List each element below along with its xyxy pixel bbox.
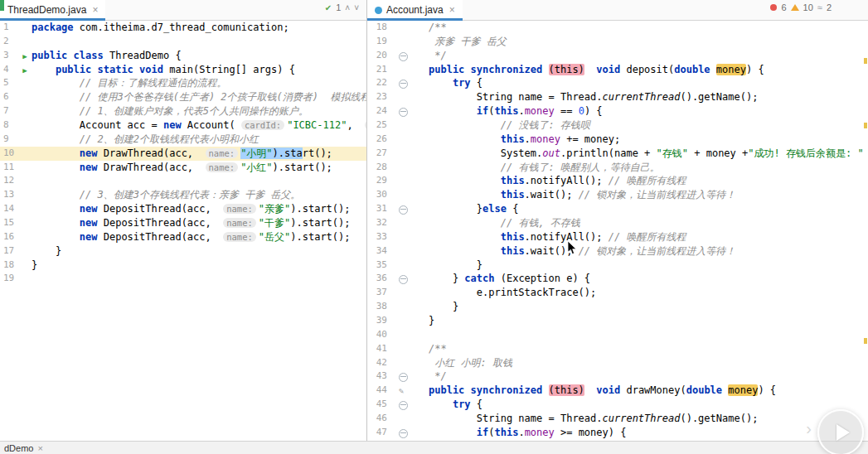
line-number[interactable]: 37: [367, 286, 387, 300]
code-line[interactable]: 2: [0, 35, 366, 49]
scrollbar-warning-stripe[interactable]: [864, 58, 867, 64]
run-icon[interactable]: ▶: [22, 66, 27, 75]
line-number[interactable]: 19: [0, 272, 18, 286]
code-line[interactable]: 42 小红 小明: 取钱: [367, 356, 868, 370]
code-line[interactable]: 34 this.wait(); // 锁对象，让当前线程进入等待！: [367, 244, 868, 258]
line-number[interactable]: 45: [367, 398, 387, 412]
line-number[interactable]: 3: [0, 49, 18, 63]
code-line[interactable]: 27 System.out.println(name + "存钱" + mone…: [367, 147, 868, 161]
code-line[interactable]: 6 // 使用3个爸爸存钱(生产者) 2个孩子取钱(消费者) 模拟线程通信思想（…: [0, 90, 366, 104]
code-line[interactable]: 30 this.wait(); // 锁对象，让当前线程进入等待！: [367, 188, 868, 202]
code-line[interactable]: 32 // 有钱, 不存钱: [367, 216, 868, 230]
line-number[interactable]: 21: [367, 63, 387, 77]
line-number[interactable]: 40: [367, 328, 387, 342]
fold-icon[interactable]: [399, 80, 408, 89]
code-line[interactable]: 14 new DepositThread(acc, name:"亲爹").sta…: [0, 202, 366, 216]
code-line[interactable]: 23 String name = Thread.currentThread().…: [367, 90, 868, 104]
fold-icon[interactable]: [399, 373, 408, 382]
fold-icon[interactable]: [399, 275, 408, 284]
line-number[interactable]: 27: [367, 147, 387, 161]
code-line[interactable]: 9 // 2、创建2个取钱线程代表小明和小红: [0, 133, 366, 147]
pencil-icon[interactable]: ✎: [399, 386, 404, 395]
code-line[interactable]: 33 this.notifyAll(); // 唤醒所有线程: [367, 230, 868, 244]
line-number[interactable]: 33: [367, 230, 387, 244]
code-line[interactable]: 15 new DepositThread(acc, name:"干爹").sta…: [0, 216, 366, 230]
code-line[interactable]: 47 if(this.money >= money) {: [367, 426, 868, 440]
code-line[interactable]: 43 */: [367, 369, 868, 384]
code-line[interactable]: 19: [0, 272, 366, 286]
line-number[interactable]: 41: [367, 342, 387, 356]
code-line[interactable]: 25 // 没钱了: 存钱呗: [367, 118, 868, 133]
code-line[interactable]: 41/**: [367, 342, 868, 356]
close-icon[interactable]: ×: [449, 4, 455, 16]
code-line[interactable]: 35 }: [367, 258, 868, 273]
line-number[interactable]: 6: [0, 90, 18, 104]
code-line[interactable]: 24 if(this.money == 0) {: [367, 104, 868, 118]
run-icon[interactable]: ▶: [22, 52, 27, 60]
line-number[interactable]: 29: [367, 174, 387, 188]
code-line[interactable]: 44✎public synchronized (this) void drawM…: [367, 384, 868, 398]
line-number[interactable]: 39: [367, 314, 387, 328]
line-number[interactable]: 46: [367, 412, 387, 426]
code-line[interactable]: 20 */: [367, 49, 868, 63]
editor-account[interactable]: 18/**19 亲爹 干爹 岳父20 */21public synchroniz…: [367, 21, 868, 441]
line-number[interactable]: 18: [367, 21, 387, 35]
line-number[interactable]: 43: [367, 369, 387, 384]
code-line[interactable]: 26 this.money += money;: [367, 133, 868, 147]
left-inspection-widget[interactable]: ✔ 1 ˄ ˅: [325, 2, 359, 12]
line-number[interactable]: 23: [367, 90, 387, 104]
inspections-widget[interactable]: 6 10 ≈ 2: [770, 2, 832, 12]
line-number[interactable]: 38: [367, 300, 387, 314]
line-number[interactable]: 47: [367, 426, 387, 440]
scrollbar-warning-stripe[interactable]: [864, 123, 867, 128]
code-line[interactable]: 11 new DrawThread(acc, name:"小红").start(…: [0, 161, 366, 175]
run-tab-label[interactable]: dDemo: [4, 443, 33, 453]
code-line[interactable]: 37 e.printStackTrace();: [367, 286, 868, 300]
line-number[interactable]: 42: [367, 356, 387, 370]
code-line[interactable]: 13 // 3、创建3个存钱线程代表：亲爹 干爹 岳父。: [0, 188, 366, 202]
code-line[interactable]: 31 }else {: [367, 202, 868, 216]
code-line[interactable]: 16 new DepositThread(acc, name:"岳父").sta…: [0, 230, 366, 244]
line-number[interactable]: 11: [0, 161, 18, 175]
code-line[interactable]: 40: [367, 328, 868, 342]
code-line[interactable]: 17 }: [0, 244, 366, 258]
chevron-up-icon[interactable]: ˄: [345, 3, 350, 12]
close-icon[interactable]: ×: [92, 4, 98, 16]
line-number[interactable]: 2: [0, 35, 18, 49]
scrollbar-warning-stripe[interactable]: [864, 338, 867, 344]
code-line[interactable]: 18/**: [367, 21, 868, 35]
fold-icon[interactable]: [399, 108, 408, 117]
line-number[interactable]: 17: [0, 244, 18, 258]
code-line[interactable]: 19 亲爹 干爹 岳父: [367, 35, 868, 49]
line-number[interactable]: 32: [367, 216, 387, 230]
fold-icon[interactable]: [399, 52, 408, 61]
code-line[interactable]: 18}: [0, 258, 366, 273]
line-number[interactable]: 18: [0, 258, 18, 273]
code-line[interactable]: 7 // 1、创建账户对象，代表5个人共同操作的账户。: [0, 104, 366, 118]
line-number[interactable]: 5: [0, 76, 18, 90]
line-number[interactable]: 30: [367, 188, 387, 202]
code-line[interactable]: 10 new DrawThread(acc, name:"小明").start(…: [0, 147, 366, 161]
line-number[interactable]: 34: [367, 244, 387, 258]
close-icon[interactable]: ×: [37, 443, 42, 453]
line-number[interactable]: 9: [0, 133, 18, 147]
fold-icon[interactable]: [399, 205, 408, 215]
line-number[interactable]: 22: [367, 76, 387, 90]
fold-icon[interactable]: [399, 401, 408, 410]
line-number[interactable]: 12: [0, 174, 18, 188]
chevron-down-icon[interactable]: ˅: [354, 3, 359, 12]
line-number[interactable]: 7: [0, 104, 18, 118]
line-number[interactable]: 19: [367, 35, 387, 49]
code-line[interactable]: 12: [0, 174, 366, 188]
code-line[interactable]: 8 Account acc = new Account( cardId:"ICB…: [0, 118, 366, 133]
code-line[interactable]: 46 String name = Thread.currentThread().…: [367, 412, 868, 426]
line-number[interactable]: 20: [367, 49, 387, 63]
line-number[interactable]: 4: [0, 63, 18, 77]
editor-threaddemo[interactable]: 1package com.itheima.d7_thread_comunicat…: [0, 21, 366, 441]
line-number[interactable]: 15: [0, 216, 18, 230]
line-number[interactable]: 1: [0, 21, 18, 35]
code-line[interactable]: 4▶ public static void main(String[] args…: [0, 63, 366, 77]
line-number[interactable]: 24: [367, 104, 387, 118]
video-play-button[interactable]: [817, 409, 864, 454]
line-number[interactable]: 36: [367, 272, 387, 286]
